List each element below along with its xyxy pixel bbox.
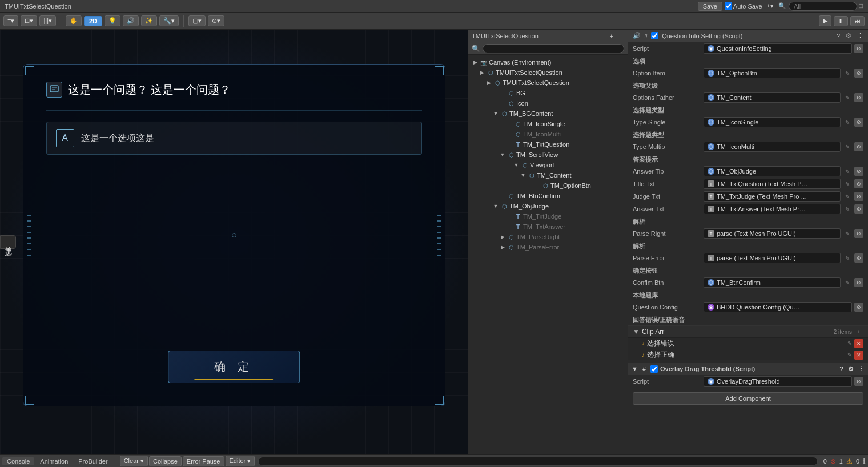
parse-right-edit-btn[interactable]: ✎	[843, 229, 852, 238]
title-txt-edit-btn[interactable]: ✎	[843, 179, 852, 188]
hierarchy-search-input[interactable]	[483, 44, 624, 53]
options-father-edit-btn[interactable]: ✎	[843, 93, 852, 102]
type-single-dot-btn[interactable]: ⊙	[854, 118, 863, 127]
toolbar-hand-tool[interactable]: ✋	[66, 15, 82, 26]
tree-item-tm-iconsingle[interactable]: ⬡ TM_IconSingle	[468, 119, 628, 129]
tree-item-tm-iconmulti[interactable]: ⬡ TM_IconMulti	[468, 129, 628, 139]
tree-item-tm-optionbtn[interactable]: ⬡ TM_OptionBtn	[468, 180, 628, 191]
judge-txt-edit-btn[interactable]: ✎	[843, 192, 852, 201]
clip-arr-item-1-dot-btn[interactable]: ✕	[854, 339, 863, 348]
tree-icon-tm-parseerror: ⬡	[507, 243, 515, 251]
option-item-dot-btn[interactable]: ⊙	[854, 69, 863, 78]
option-item[interactable]: A 这是一个选项这是	[46, 122, 422, 155]
tree-item-tm-btnconfirm[interactable]: ⬡ TM_BtnConfirm	[468, 191, 628, 201]
tree-item-tm-txtjudge[interactable]: T TM_TxtJudge	[468, 211, 628, 222]
tree-item-tm-bgcontent[interactable]: ▼ ⬡ TM_BGContent	[468, 108, 628, 119]
console-tab-console[interactable]: Console	[2, 457, 34, 465]
tree-item-tm-objjudge[interactable]: ▼ ⬡ TM_ObjJudge	[468, 201, 628, 211]
tree-item-tmui-inner[interactable]: ▶ ⬡ TMUITxtSelectQuestion	[468, 78, 628, 88]
error-pause-button[interactable]: Error Pause	[183, 456, 224, 466]
options-father-text: TM_Content	[717, 94, 752, 101]
toolbar-mode-btn-3[interactable]: |||▾	[39, 15, 56, 26]
overlay-enabled-checkbox[interactable]	[650, 365, 658, 373]
clear-button[interactable]: Clear ▾	[120, 456, 148, 466]
title-txt-dot-btn[interactable]: ⊙	[854, 179, 863, 188]
tree-arrow-icon	[499, 100, 506, 107]
script-value: ◉ QuestionInfoSetting	[704, 43, 852, 54]
tree-item-tmui-root[interactable]: ▶ ⬡ TMUITxtSelectQuestion	[468, 67, 628, 78]
type-multi-dot-btn[interactable]: ⊙	[854, 142, 863, 151]
tree-item-tm-content[interactable]: ▼ ⬡ TM_Content	[468, 170, 628, 180]
tree-item-viewport[interactable]: ▼ ⬡ Viewport	[468, 160, 628, 170]
toolbar-aspect-btn[interactable]: ▢▾	[188, 15, 206, 26]
clip-arr-item-2-edit-btn[interactable]: ✎	[845, 351, 854, 360]
save-button[interactable]: Save	[698, 2, 722, 11]
overlay-more-icon[interactable]: ⋮	[858, 365, 865, 373]
tree-item-tm-parseerror[interactable]: ▶ ⬡ TM_ParseError	[468, 242, 628, 252]
option-item-edit-btn[interactable]: ✎	[843, 69, 852, 78]
answer-txt-dot-btn[interactable]: ⊙	[854, 204, 863, 214]
section-label-question-config: 本地题库	[628, 289, 868, 301]
toolbar-step-btn[interactable]: ⏭	[850, 16, 865, 26]
question-config-dot-btn[interactable]: ⊙	[854, 303, 863, 312]
tree-item-tm-txtquestion[interactable]: T TM_TxtQuestion	[468, 139, 628, 150]
toolbar-pause-btn[interactable]: ⏸	[834, 16, 848, 26]
toolbar-light-btn[interactable]: 💡	[105, 15, 120, 26]
editor-button[interactable]: Editor ▾	[226, 456, 255, 466]
tree-item-icon[interactable]: ⬡ Icon	[468, 98, 628, 108]
type-single-edit-btn[interactable]: ✎	[843, 118, 852, 127]
answer-txt-edit-btn[interactable]: ✎	[843, 204, 852, 214]
confim-btn-edit-btn[interactable]: ✎	[843, 278, 852, 287]
scene-view[interactable]: 单 选	[0, 30, 468, 454]
inspector-more-icon[interactable]: ⋮	[857, 32, 863, 39]
toolbar-play-btn[interactable]: ▶	[819, 15, 831, 26]
global-search[interactable]	[789, 2, 857, 11]
overlay-help-icon[interactable]: ?	[839, 365, 843, 372]
answer-tip-dot-btn[interactable]: ⊙	[854, 167, 863, 176]
hierarchy-menu-btn[interactable]: ⋯	[618, 32, 624, 39]
tree-item-canvas-env[interactable]: ▶ 📷 Canvas (Environment)	[468, 57, 628, 67]
toolbar-mode-btn-2[interactable]: ⊞▾	[21, 15, 37, 26]
console-tab-probuilder[interactable]: ProBuilder	[74, 457, 112, 465]
hierarchy-add-btn[interactable]: +	[610, 33, 613, 39]
toolbar-audio-btn[interactable]: 🔊	[123, 15, 139, 26]
clip-arr-arrow[interactable]: ▼	[633, 328, 640, 336]
console-tab-animation[interactable]: Animation	[35, 457, 73, 465]
toolbar-effects-btn[interactable]: ✨	[141, 15, 157, 26]
parse-error-edit-btn[interactable]: ✎	[843, 253, 852, 263]
clip-arr-add-btn[interactable]: +	[854, 327, 863, 336]
type-multi-edit-btn[interactable]: ✎	[843, 142, 852, 151]
script-dot-btn[interactable]: ⊙	[854, 44, 863, 53]
confim-btn-dot-btn[interactable]: ⊙	[854, 278, 863, 287]
overlay-drag-threshold-header[interactable]: ▼ # Overlay Drag Threshold (Script) ? ⚙ …	[628, 363, 868, 375]
collapse-button[interactable]: Collapse	[149, 456, 182, 466]
toolbar-2d-toggle[interactable]: 2D	[84, 16, 102, 26]
answer-tip-edit-btn[interactable]: ✎	[843, 167, 852, 176]
question-text: 这是一个问题？ 这是一个问题？	[68, 82, 231, 98]
auto-save-checkbox[interactable]	[725, 2, 732, 10]
prop-row-type-multi: Type Multip ⬡ TM_IconMulti ✎ ⊙	[628, 140, 868, 153]
question-icon	[46, 82, 62, 98]
tree-item-bg[interactable]: ⬡ BG	[468, 88, 628, 98]
tree-item-tm-txtanswer[interactable]: T TM_TxtAnswer	[468, 222, 628, 232]
inspector-help-icon[interactable]: ?	[837, 33, 840, 39]
clip-arr-item-1-edit-btn[interactable]: ✎	[845, 339, 854, 348]
toolbar-more-btn[interactable]: ⊙▾	[208, 15, 224, 26]
judge-txt-dot-btn[interactable]: ⊙	[854, 192, 863, 201]
toolbar-mode-btn-1[interactable]: ≡▾	[3, 15, 18, 26]
inspector-settings-icon[interactable]: ⚙	[846, 32, 851, 39]
judge-txt-text: TM_TxtJudge (Text Mesh Pro UGU	[717, 193, 808, 200]
tree-item-tm-parseright[interactable]: ▶ ⬡ TM_ParseRight	[468, 232, 628, 242]
add-component-button[interactable]: Add Component	[633, 392, 863, 405]
console-search-input[interactable]	[258, 457, 817, 466]
overlay-script-dot-btn[interactable]: ⊙	[854, 377, 863, 386]
inspector-enabled-checkbox[interactable]	[651, 32, 658, 39]
confirm-button[interactable]: 确 定	[168, 351, 300, 383]
overlay-settings-icon[interactable]: ⚙	[848, 365, 854, 373]
options-father-dot-btn[interactable]: ⊙	[854, 93, 863, 102]
parse-error-dot-btn[interactable]: ⊙	[854, 253, 863, 263]
tree-item-tm-scrollview[interactable]: ▼ ⬡ TM_ScrollView	[468, 150, 628, 160]
clip-arr-item-2-dot-btn[interactable]: ✕	[854, 351, 863, 360]
parse-right-dot-btn[interactable]: ⊙	[854, 229, 863, 238]
toolbar-gizmos-btn[interactable]: 🔧▾	[159, 15, 179, 26]
